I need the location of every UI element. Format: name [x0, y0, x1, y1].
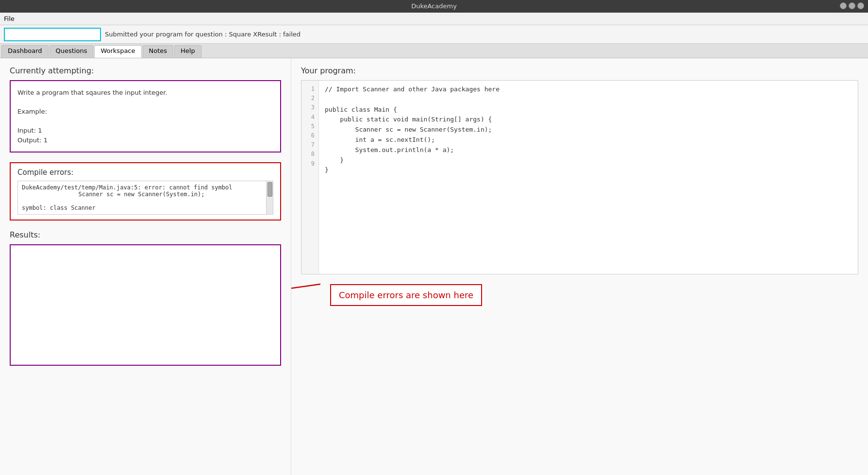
- line-num-4: 4: [305, 113, 315, 122]
- compile-error-line1: DukeAcademy/test/temp/Main.java:5: error…: [22, 184, 261, 191]
- line-num-3: 3: [305, 103, 315, 112]
- submission-bar: Submitted your program for question : Sq…: [0, 25, 868, 44]
- line-num-5: 5: [305, 122, 315, 131]
- left-panel: Currently attempting: Write a program th…: [0, 58, 291, 475]
- compile-error-line3: symbol: class Scanner: [22, 204, 261, 211]
- window-controls: [840, 2, 864, 9]
- currently-attempting-title: Currently attempting:: [10, 66, 281, 75]
- your-program-title: Your program:: [301, 66, 858, 75]
- tab-notes[interactable]: Notes: [143, 45, 174, 58]
- problem-description-text: Write a program that sqaures the input i…: [17, 88, 273, 145]
- main-content: Currently attempting: Write a program th…: [0, 58, 868, 475]
- compile-errors-scrollbar[interactable]: [266, 181, 273, 214]
- compile-errors-content: DukeAcademy/test/temp/Main.java:5: error…: [22, 184, 269, 211]
- scrollbar-thumb: [267, 182, 272, 197]
- results-section: Results:: [10, 230, 281, 366]
- problem-description-box: Write a program that sqaures the input i…: [10, 80, 281, 153]
- results-title: Results:: [10, 230, 281, 239]
- compile-errors-callout: Compile errors are shown here: [330, 284, 482, 306]
- compile-errors-title: Compile errors:: [17, 168, 273, 177]
- annotation-container: Compile errors are shown here: [301, 284, 858, 306]
- search-input[interactable]: [4, 28, 101, 41]
- tab-questions[interactable]: Questions: [50, 45, 94, 58]
- compile-error-line2: Scanner sc = new Scanner(System.in);: [22, 191, 261, 198]
- svg-line-1: [291, 284, 320, 306]
- compile-errors-section: Compile errors: DukeAcademy/test/temp/Ma…: [10, 162, 281, 221]
- line-num-2: 2: [305, 94, 315, 103]
- code-editor[interactable]: 1 2 3 4 5 6 7 8 9 // Import Scanner and …: [301, 80, 858, 274]
- maximize-button[interactable]: [849, 2, 855, 9]
- line-num-1: 1: [305, 85, 315, 94]
- annotation-arrow: [291, 270, 330, 318]
- tab-workspace[interactable]: Workspace: [94, 45, 141, 58]
- title-bar: DukeAcademy: [0, 0, 868, 13]
- close-button[interactable]: [857, 2, 864, 9]
- compile-errors-box[interactable]: DukeAcademy/test/temp/Main.java:5: error…: [17, 181, 273, 215]
- line-num-6: 6: [305, 131, 315, 140]
- app-title: DukeAcademy: [411, 2, 457, 10]
- line-num-9: 9: [305, 159, 315, 169]
- tab-dashboard[interactable]: Dashboard: [1, 45, 49, 58]
- line-num-7: 7: [305, 140, 315, 150]
- submission-status: Submitted your program for question : Sq…: [105, 31, 300, 38]
- line-numbers: 1 2 3 4 5 6 7 8 9: [301, 81, 319, 274]
- menu-bar: File: [0, 13, 868, 25]
- line-num-8: 8: [305, 150, 315, 159]
- tab-help[interactable]: Help: [174, 45, 201, 58]
- right-panel: Your program: 1 2 3 4 5 6 7 8 9 // Impor…: [291, 58, 868, 475]
- results-box[interactable]: [10, 244, 281, 366]
- minimize-button[interactable]: [840, 2, 847, 9]
- file-menu[interactable]: File: [4, 15, 15, 22]
- nav-tabs: Dashboard Questions Workspace Notes Help: [0, 44, 868, 58]
- code-content: // Import Scanner and other Java package…: [319, 81, 858, 274]
